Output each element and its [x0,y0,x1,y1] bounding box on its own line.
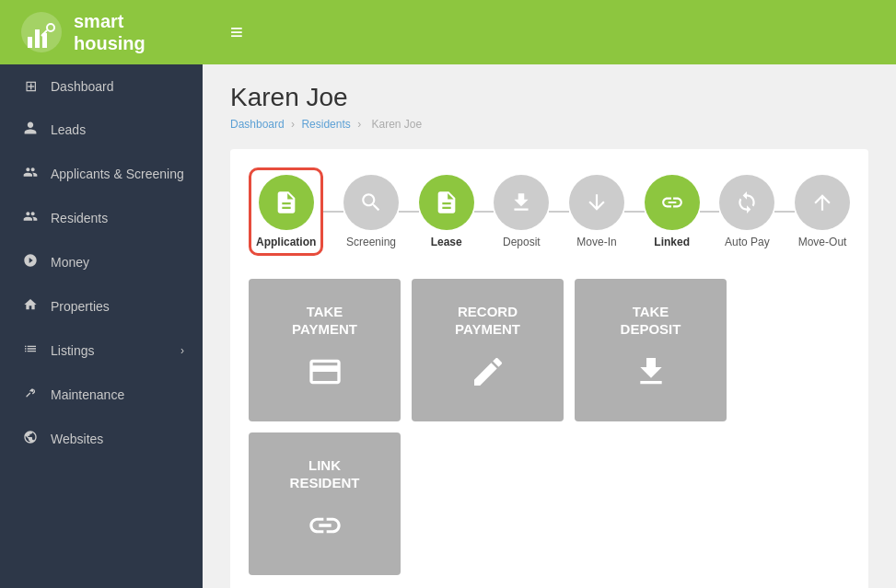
step-screening[interactable]: Screening [343,175,399,248]
maintenance-icon [21,386,40,404]
take-payment-label: TAKEPAYMENT [292,303,357,339]
listings-icon [21,341,40,360]
residents-icon [21,209,40,227]
sidebar-item-properties[interactable]: Properties [0,284,203,329]
breadcrumb: Dashboard › Residents › Karen Joe [230,118,868,131]
dashboard-icon: ⊞ [21,77,40,95]
sidebar-item-maintenance[interactable]: Maintenance [0,373,203,417]
breadcrumb-section[interactable]: Residents [301,118,350,131]
sidebar-item-leads[interactable]: Leads [0,108,203,152]
sidebar-item-dashboard[interactable]: ⊞ Dashboard [0,64,203,108]
step-label-screening: Screening [346,236,396,248]
connector-3 [474,211,495,213]
download-icon [633,353,669,398]
breadcrumb-sep2: › [357,118,361,131]
step-application-highlight: Application [249,167,323,256]
sidebar-item-residents[interactable]: Residents [0,196,203,240]
step-move-out[interactable]: Move-Out [795,175,850,248]
action-take-deposit[interactable]: TAKEDEPOSIT [575,279,727,421]
sidebar-item-applicants[interactable]: Applicants & Screening [0,152,203,196]
step-circle-screening [343,175,399,230]
sidebar-label-websites: Websites [51,432,103,446]
svg-rect-2 [35,29,40,48]
take-deposit-label: TAKEDEPOSIT [621,303,681,339]
sidebar-item-listings[interactable]: Listings › [0,329,203,373]
top-bar: smart housing ≡ [0,0,896,64]
logo-icon [18,9,64,55]
connector-4 [549,211,569,213]
step-circle-auto-pay [719,175,774,230]
record-payment-label: RECORDPAYMENT [455,303,520,339]
step-deposit[interactable]: Deposit [494,175,549,248]
action-take-payment[interactable]: TAKEPAYMENT [249,279,401,421]
sidebar-label-dashboard: Dashboard [51,79,114,94]
action-cards: TAKEPAYMENT RECORDPAYMENT TAKEDEPOSIT [249,279,850,575]
workflow-steps: Application Screening L [249,167,850,256]
sidebar-label-listings: Listings [51,343,94,358]
step-circle-application [259,175,314,230]
step-label-move-in: Move-In [576,236,616,248]
svg-rect-1 [28,37,32,48]
breadcrumb-current: Karen Joe [371,118,422,131]
hamburger-menu[interactable]: ≡ [230,19,243,45]
step-label-lease: Lease [431,236,462,248]
step-circle-linked [645,175,700,230]
money-icon [21,253,40,271]
applicants-icon [21,165,40,183]
sidebar-label-properties: Properties [51,299,110,314]
sidebar-label-leads: Leads [51,122,86,137]
connector-6 [700,211,720,213]
link-icon [307,507,343,552]
sidebar-label-money: Money [51,255,89,270]
listings-arrow: › [180,344,184,357]
step-label-deposit: Deposit [503,236,541,248]
main-content: Karen Joe Dashboard › Residents › Karen … [203,64,896,588]
step-move-in[interactable]: Move-In [569,175,624,248]
websites-icon [21,430,40,448]
sidebar-label-applicants: Applicants & Screening [51,167,184,181]
link-resident-label: LINKRESIDENT [290,456,360,492]
step-label-auto-pay: Auto Pay [725,236,770,248]
step-circle-move-in [569,175,624,230]
connector-2 [399,211,419,213]
step-circle-deposit [494,175,549,230]
step-label-application: Application [256,236,316,248]
sidebar: ⊞ Dashboard Leads Applicants & Screening… [0,64,203,588]
action-link-resident[interactable]: LINKRESIDENT [249,432,401,575]
connector-5 [624,211,645,213]
properties-icon [21,297,40,316]
pencil-icon [470,353,506,398]
leads-icon [21,121,40,139]
credit-card-icon [307,353,343,398]
connector-7 [774,211,795,213]
step-lease[interactable]: Lease [419,175,474,248]
breadcrumb-home[interactable]: Dashboard [230,118,285,131]
step-auto-pay[interactable]: Auto Pay [719,175,774,248]
sidebar-item-websites[interactable]: Websites [0,417,203,461]
logo-text: smart housing [74,10,145,54]
step-circle-move-out [795,175,850,230]
step-application[interactable]: Application [249,167,323,256]
connector-1 [323,211,343,213]
page-title: Karen Joe [230,83,868,112]
sidebar-label-residents: Residents [51,211,108,225]
step-label-linked: Linked [654,236,690,248]
sidebar-label-maintenance: Maintenance [51,387,124,402]
breadcrumb-sep1: › [291,118,295,131]
step-circle-lease [419,175,474,230]
workflow-container: Application Screening L [230,149,868,588]
step-label-move-out: Move-Out [798,236,847,248]
action-record-payment[interactable]: RECORDPAYMENT [412,279,564,421]
step-linked[interactable]: Linked [645,175,700,248]
body-layout: ⊞ Dashboard Leads Applicants & Screening… [0,64,896,588]
logo-area: smart housing [18,9,221,55]
sidebar-item-money[interactable]: Money [0,240,203,284]
svg-point-0 [21,12,62,52]
